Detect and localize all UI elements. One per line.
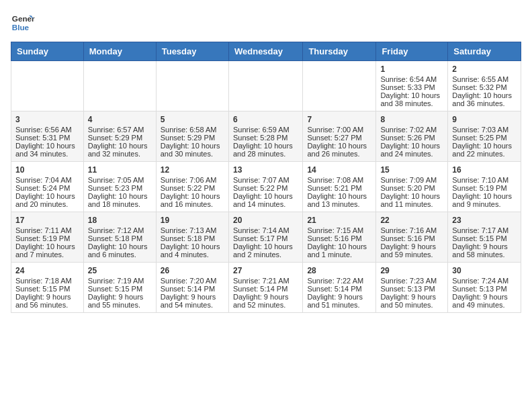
day-number: 5 [161, 115, 224, 124]
sunset-text: Sunset: 5:27 PM [307, 134, 361, 142]
day-number: 15 [380, 165, 443, 175]
sunrise-text: Sunrise: 7:15 AM [307, 226, 363, 234]
sunset-text: Sunset: 5:25 PM [452, 134, 506, 142]
calendar-cell: 20Sunrise: 7:14 AMSunset: 5:17 PMDayligh… [228, 212, 302, 263]
day-number: 12 [161, 165, 224, 175]
sunrise-text: Sunrise: 7:08 AM [307, 176, 363, 184]
sunset-text: Sunset: 5:26 PM [380, 134, 435, 142]
calendar-cell [303, 61, 376, 111]
daylight-text: Daylight: 9 hours and 50 minutes. [380, 293, 436, 309]
daylight-text: Daylight: 10 hours and 14 minutes. [233, 192, 293, 208]
calendar-cell: 12Sunrise: 7:06 AMSunset: 5:22 PMDayligh… [156, 162, 228, 212]
daylight-text: Daylight: 10 hours and 1 minute. [307, 242, 367, 259]
sunrise-text: Sunrise: 7:05 AM [88, 176, 144, 184]
calendar-cell: 22Sunrise: 7:16 AMSunset: 5:16 PMDayligh… [376, 212, 448, 263]
sunset-text: Sunset: 5:16 PM [380, 234, 435, 242]
sunrise-text: Sunrise: 7:24 AM [452, 277, 508, 285]
sunset-text: Sunset: 5:14 PM [161, 285, 215, 293]
sunset-text: Sunset: 5:17 PM [233, 234, 287, 242]
sunrise-text: Sunrise: 6:57 AM [88, 126, 144, 134]
day-number: 3 [15, 115, 79, 124]
sunrise-text: Sunrise: 7:16 AM [380, 226, 437, 234]
sunrise-text: Sunrise: 6:54 AM [380, 75, 437, 83]
daylight-text: Daylight: 10 hours and 28 minutes. [233, 142, 293, 158]
sunset-text: Sunset: 5:32 PM [452, 83, 506, 91]
daylight-text: Daylight: 10 hours and 32 minutes. [88, 142, 148, 158]
calendar-cell: 28Sunrise: 7:22 AMSunset: 5:14 PMDayligh… [303, 263, 376, 313]
svg-text:Blue: Blue [12, 23, 30, 32]
sunrise-text: Sunrise: 7:09 AM [380, 176, 437, 184]
sunset-text: Sunset: 5:19 PM [452, 184, 506, 192]
calendar-cell: 8Sunrise: 7:02 AMSunset: 5:26 PMDaylight… [376, 111, 448, 162]
sunset-text: Sunset: 5:15 PM [88, 285, 142, 293]
sunset-text: Sunset: 5:14 PM [307, 285, 361, 293]
sunrise-text: Sunrise: 7:06 AM [161, 176, 217, 184]
daylight-text: Daylight: 10 hours and 18 minutes. [88, 192, 148, 208]
calendar-week-row: 10Sunrise: 7:04 AMSunset: 5:24 PMDayligh… [11, 162, 521, 212]
calendar-cell: 30Sunrise: 7:24 AMSunset: 5:13 PMDayligh… [448, 263, 521, 313]
calendar-cell: 23Sunrise: 7:17 AMSunset: 5:15 PMDayligh… [448, 212, 521, 263]
calendar-cell: 13Sunrise: 7:07 AMSunset: 5:22 PMDayligh… [228, 162, 302, 212]
calendar-cell [156, 61, 228, 111]
sunset-text: Sunset: 5:31 PM [15, 134, 70, 142]
daylight-text: Daylight: 10 hours and 36 minutes. [452, 91, 512, 107]
day-number: 18 [88, 216, 152, 225]
day-number: 6 [233, 115, 298, 124]
calendar-cell: 16Sunrise: 7:10 AMSunset: 5:19 PMDayligh… [448, 162, 521, 212]
day-number: 2 [452, 64, 517, 74]
calendar-cell: 2Sunrise: 6:55 AMSunset: 5:32 PMDaylight… [448, 61, 521, 111]
day-number: 8 [380, 115, 443, 124]
day-number: 10 [15, 165, 79, 175]
calendar-week-row: 1Sunrise: 6:54 AMSunset: 5:33 PMDaylight… [11, 61, 521, 111]
sunrise-text: Sunrise: 7:12 AM [88, 226, 144, 234]
sunset-text: Sunset: 5:13 PM [380, 285, 435, 293]
sunset-text: Sunset: 5:33 PM [380, 83, 435, 91]
daylight-text: Daylight: 10 hours and 2 minutes. [233, 242, 293, 259]
calendar-cell [83, 61, 156, 111]
sunset-text: Sunset: 5:15 PM [15, 285, 70, 293]
sunrise-text: Sunrise: 7:04 AM [15, 176, 72, 184]
day-number: 26 [161, 266, 224, 275]
calendar-cell: 5Sunrise: 6:58 AMSunset: 5:29 PMDaylight… [156, 111, 228, 162]
daylight-text: Daylight: 9 hours and 59 minutes. [380, 242, 436, 259]
weekday-header: Sunday [11, 42, 84, 61]
sunset-text: Sunset: 5:18 PM [88, 234, 142, 242]
sunset-text: Sunset: 5:22 PM [161, 184, 215, 192]
sunset-text: Sunset: 5:15 PM [452, 234, 506, 242]
daylight-text: Daylight: 10 hours and 22 minutes. [452, 142, 512, 158]
daylight-text: Daylight: 9 hours and 54 minutes. [161, 293, 216, 309]
calendar-cell: 18Sunrise: 7:12 AMSunset: 5:18 PMDayligh… [83, 212, 156, 263]
sunrise-text: Sunrise: 7:02 AM [380, 126, 437, 134]
calendar-cell: 17Sunrise: 7:11 AMSunset: 5:19 PMDayligh… [11, 212, 84, 263]
sunset-text: Sunset: 5:20 PM [380, 184, 435, 192]
day-number: 13 [233, 165, 298, 175]
calendar-cell: 9Sunrise: 7:03 AMSunset: 5:25 PMDaylight… [448, 111, 521, 162]
day-number: 9 [452, 115, 517, 124]
daylight-text: Daylight: 10 hours and 13 minutes. [307, 192, 367, 208]
day-number: 16 [452, 165, 517, 175]
daylight-text: Daylight: 10 hours and 4 minutes. [161, 242, 220, 259]
weekday-header: Friday [376, 42, 448, 61]
daylight-text: Daylight: 9 hours and 52 minutes. [233, 293, 289, 309]
daylight-text: Daylight: 9 hours and 58 minutes. [452, 242, 508, 259]
logo-icon: General Blue [11, 11, 35, 35]
calendar-cell: 27Sunrise: 7:21 AMSunset: 5:14 PMDayligh… [228, 263, 302, 313]
daylight-text: Daylight: 10 hours and 11 minutes. [380, 192, 440, 208]
daylight-text: Daylight: 10 hours and 16 minutes. [161, 192, 220, 208]
calendar-cell: 19Sunrise: 7:13 AMSunset: 5:18 PMDayligh… [156, 212, 228, 263]
day-number: 28 [307, 266, 371, 275]
daylight-text: Daylight: 9 hours and 56 minutes. [15, 293, 71, 309]
calendar-cell: 11Sunrise: 7:05 AMSunset: 5:23 PMDayligh… [83, 162, 156, 212]
day-number: 19 [161, 216, 224, 225]
day-number: 7 [307, 115, 371, 124]
day-number: 29 [380, 266, 443, 275]
sunset-text: Sunset: 5:14 PM [233, 285, 287, 293]
sunset-text: Sunset: 5:19 PM [15, 234, 70, 242]
calendar-cell: 1Sunrise: 6:54 AMSunset: 5:33 PMDaylight… [376, 61, 448, 111]
day-number: 11 [88, 165, 152, 175]
sunrise-text: Sunrise: 7:10 AM [452, 176, 508, 184]
weekday-header: Wednesday [228, 42, 302, 61]
daylight-text: Daylight: 10 hours and 34 minutes. [15, 142, 75, 158]
day-number: 27 [233, 266, 298, 275]
sunrise-text: Sunrise: 7:21 AM [233, 277, 290, 285]
